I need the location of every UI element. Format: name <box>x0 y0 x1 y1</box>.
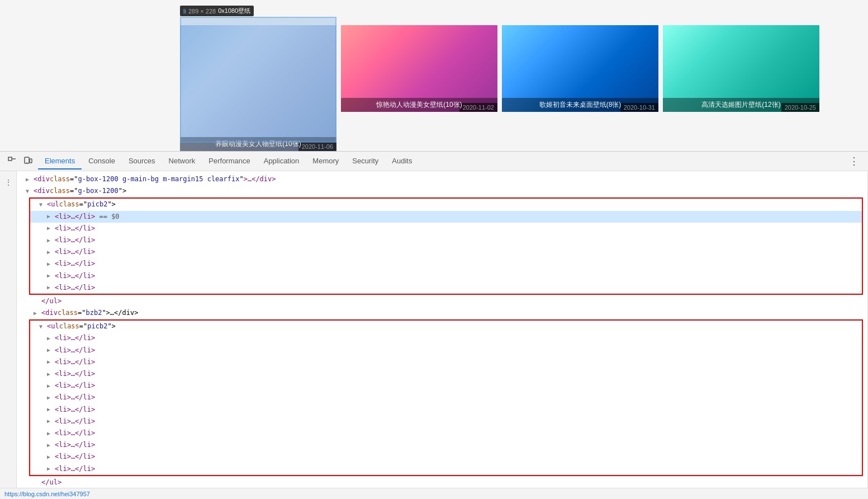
arrow-li2-11[interactable] <box>47 453 55 462</box>
dom-line-ul1-close[interactable]: </ul> <box>17 295 867 307</box>
dom-line-li-selected[interactable]: <li>…</li> == $0 <box>30 211 862 223</box>
arrow-li-4[interactable] <box>47 260 55 269</box>
device-toggle-icon[interactable] <box>20 153 36 169</box>
dom-line-li2-6[interactable]: <li>…</li> <box>30 392 862 403</box>
element-tooltip: li 289 × 228 0x1080壁纸 <box>180 6 254 16</box>
selected-element-highlight <box>180 17 336 143</box>
tab-memory[interactable]: Memory <box>306 153 345 170</box>
devtools-more-icon[interactable]: ⋮ <box>845 155 864 167</box>
dom-line-bzb2[interactable]: <div class="bzb2">…</div> <box>17 307 867 319</box>
tab-console[interactable]: Console <box>82 153 122 170</box>
arrow-ul2[interactable] <box>39 322 47 331</box>
arrow-li-5[interactable] <box>47 271 55 280</box>
webpage-preview: li 289 × 228 0x1080壁纸 2020-11-06 养眼动漫美女人… <box>0 0 868 151</box>
dom-line-li2-9[interactable]: <li>…</li> <box>30 427 862 439</box>
svg-rect-0 <box>8 157 12 161</box>
status-url[interactable]: https://blog.csdn.net/hei347957 <box>4 491 90 497</box>
dom-line-1[interactable]: <div class="g-box-1200 g-main-bg m-margi… <box>17 173 867 185</box>
dom-line-li-3[interactable]: <li>…</li> <box>30 246 862 258</box>
arrow-li2-5[interactable] <box>47 382 55 390</box>
tab-application[interactable]: Application <box>257 153 306 170</box>
tab-sources[interactable]: Sources <box>122 153 162 170</box>
devtools-panel: Elements Console Sources Network Perform… <box>0 151 868 499</box>
inspector-icon[interactable] <box>4 153 20 169</box>
dom-line-li2-4[interactable]: <li>…</li> <box>30 368 862 380</box>
arrow-ul1[interactable] <box>39 200 47 209</box>
svg-rect-3 <box>30 159 32 163</box>
arrow-li2-2[interactable] <box>47 346 55 355</box>
dom-line-ul2-close[interactable]: </ul> <box>17 477 867 488</box>
arrow-bzb2[interactable] <box>34 309 41 318</box>
tooltip-text: 0x1080壁纸 <box>218 7 250 15</box>
image-title-2: 惊艳动人动漫美女壁纸(10张) <box>341 98 497 112</box>
arrow-li2-9[interactable] <box>47 429 55 438</box>
sidebar-dots-icon[interactable]: ⋮ <box>2 176 15 189</box>
tab-elements[interactable]: Elements <box>38 153 82 170</box>
image-title-3: 歌姬初音未来桌面壁纸(8张) <box>502 98 658 112</box>
arrow-1[interactable] <box>26 175 34 184</box>
arrow-li2-7[interactable] <box>47 405 55 414</box>
tab-performance[interactable]: Performance <box>202 153 257 170</box>
dom-line-ul1[interactable]: <ul class="picb2"> <box>30 199 862 210</box>
sidebar-icons: ⋮ <box>0 171 17 488</box>
dom-line-li-2[interactable]: <li>…</li> <box>30 234 862 246</box>
dom-line-li2-2[interactable]: <li>…</li> <box>30 345 862 356</box>
red-box-2: <ul class="picb2"> <li>…</li> <li>…</li>… <box>29 319 863 476</box>
dom-line-li2-12[interactable]: <li>…</li> <box>30 463 862 475</box>
devtools-content: ⋮ <div class="g-box-1200 g-main-bg m-mar… <box>0 171 868 488</box>
arrow-li2-3[interactable] <box>47 357 55 366</box>
dom-line-li2-11[interactable]: <li>…</li> <box>30 451 862 463</box>
image-card-3[interactable]: 2020-10-31 歌姬初音未来桌面壁纸(8张) <box>502 25 658 112</box>
dom-line-li-5[interactable]: <li>…</li> <box>30 270 862 282</box>
dom-line-li2-3[interactable]: <li>…</li> <box>30 356 862 368</box>
arrow-2[interactable] <box>26 187 34 196</box>
dom-panel[interactable]: <div class="g-box-1200 g-main-bg m-margi… <box>17 171 868 488</box>
image-card-4[interactable]: 2020-10-25 高清天选姬图片壁纸(12张) <box>663 25 819 112</box>
arrow-li-3[interactable] <box>47 248 55 257</box>
arrow-li2-8[interactable] <box>47 417 55 426</box>
arrow-li2-12[interactable] <box>47 464 55 473</box>
tooltip-dimensions: 289 × 228 <box>188 8 216 15</box>
tooltip-tag: li <box>183 8 186 15</box>
dom-line-li2-5[interactable]: <li>…</li> <box>30 380 862 392</box>
svg-point-4 <box>26 162 27 163</box>
tag-div-1: <div <box>34 174 50 185</box>
devtools-tabs: Elements Console Sources Network Perform… <box>38 153 419 170</box>
arrow-li-sel[interactable] <box>47 212 55 221</box>
dom-line-2[interactable]: <div class="g-box-1200"> <box>17 185 867 197</box>
status-bar: https://blog.csdn.net/hei347957 <box>0 488 868 499</box>
image-title-4: 高清天选姬图片壁纸(12张) <box>663 98 819 112</box>
arrow-li2-10[interactable] <box>47 441 55 450</box>
devtools-header: Elements Console Sources Network Perform… <box>0 152 868 171</box>
arrow-li-2[interactable] <box>47 236 55 245</box>
arrow-li2-4[interactable] <box>47 370 55 379</box>
dom-line-li-6[interactable]: <li>…</li> <box>30 282 862 294</box>
tab-security[interactable]: Security <box>345 153 385 170</box>
dom-line-li-4[interactable]: <li>…</li> <box>30 258 862 270</box>
arrow-li-6[interactable] <box>47 283 55 292</box>
dom-line-li-1[interactable]: <li>…</li> <box>30 223 862 234</box>
dom-line-li2-1[interactable]: <li>…</li> <box>30 332 862 344</box>
image-card-2[interactable]: 2020-11-02 惊艳动人动漫美女壁纸(10张) <box>341 25 497 112</box>
arrow-li-1[interactable] <box>47 224 55 233</box>
arrow-li2-1[interactable] <box>47 334 55 343</box>
arrow-li2-6[interactable] <box>47 393 55 402</box>
tab-audits[interactable]: Audits <box>385 153 419 170</box>
tab-network[interactable]: Network <box>162 153 202 170</box>
dom-line-li2-8[interactable]: <li>…</li> <box>30 416 862 427</box>
dom-line-li2-7[interactable]: <li>…</li> <box>30 404 862 416</box>
red-box-1: <ul class="picb2"> <li>…</li> == $0 <li>… <box>29 197 863 295</box>
dom-line-ul2[interactable]: <ul class="picb2"> <box>30 321 862 332</box>
dom-line-li2-10[interactable]: <li>…</li> <box>30 439 862 451</box>
